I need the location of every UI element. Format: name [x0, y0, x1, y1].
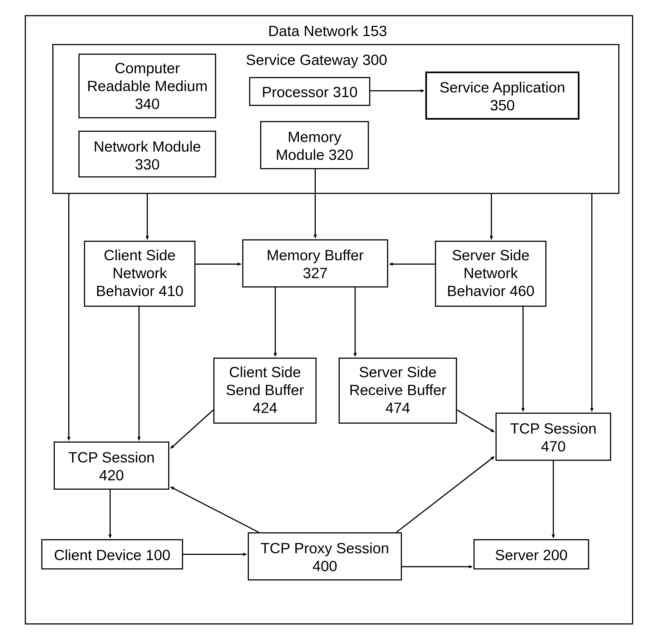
csendbuf-l2: Send Buffer: [213, 381, 316, 399]
svcapp-l1: Service Application: [425, 78, 580, 96]
crm-l2: Readable Medium: [79, 77, 216, 95]
service-gateway-title: Service Gateway 300: [220, 51, 413, 69]
tcp470-l2: 470: [496, 437, 611, 455]
tcp470-l1: TCP Session: [496, 419, 611, 437]
srecvbuf-l3: 474: [338, 399, 457, 417]
tcp420-l1: TCP Session: [54, 448, 169, 466]
proxy-l1: TCP Proxy Session: [248, 539, 402, 557]
srecvbuf-l1: Server Side: [338, 363, 457, 381]
netmod-l1: Network Module: [79, 138, 216, 156]
clientbeh-l3: Behavior 410: [84, 282, 195, 300]
crm-l3: 340: [79, 95, 216, 113]
clientbeh-l2: Network: [84, 264, 195, 282]
serverbeh-l3: Behavior 460: [435, 282, 546, 300]
client-l1: Client Device 100: [41, 546, 183, 564]
crm-l1: Computer: [79, 59, 216, 77]
proxy-l2: 400: [248, 557, 402, 575]
svcapp-l2: 350: [425, 96, 580, 114]
membuf-l2: 327: [242, 264, 388, 282]
memmod-l1: Memory: [260, 128, 369, 146]
server-l1: Server 200: [474, 546, 589, 564]
processor-l1: Processor 310: [249, 83, 370, 101]
data-network-title: Data Network 153: [231, 22, 424, 40]
diagram-canvas: Data Network 153 Service Gateway 300 Com…: [0, 0, 656, 644]
membuf-l1: Memory Buffer: [242, 246, 388, 264]
netmod-l2: 330: [79, 156, 216, 173]
srecvbuf-l2: Receive Buffer: [338, 381, 457, 399]
csendbuf-l3: 424: [213, 399, 316, 417]
serverbeh-l1: Server Side: [435, 246, 546, 264]
tcp420-l2: 420: [54, 466, 169, 484]
memmod-l2: Module 320: [260, 146, 369, 164]
clientbeh-l1: Client Side: [84, 246, 195, 264]
csendbuf-l1: Client Side: [213, 363, 316, 381]
serverbeh-l2: Network: [435, 264, 546, 282]
